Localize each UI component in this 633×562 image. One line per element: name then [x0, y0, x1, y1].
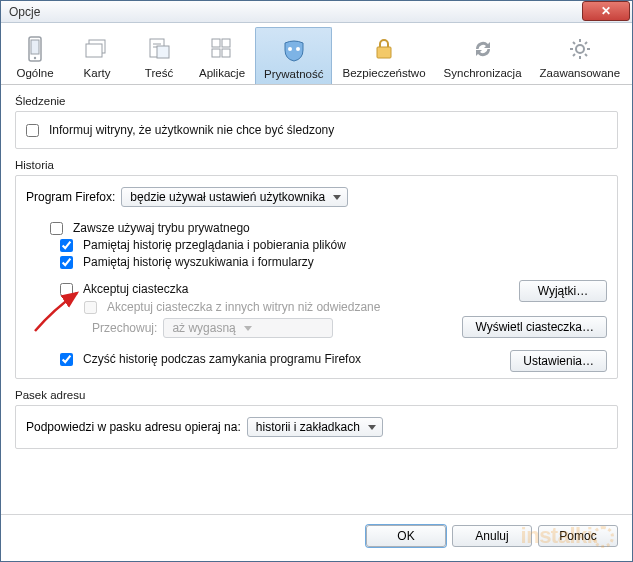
svg-rect-15 [377, 47, 391, 58]
tab-label: Karty [75, 67, 119, 79]
gear-icon [540, 33, 621, 65]
svg-rect-11 [212, 49, 220, 57]
chevron-down-icon [244, 326, 252, 331]
tab-label: Prywatność [264, 68, 323, 80]
chevron-down-icon [333, 195, 341, 200]
svg-point-13 [288, 47, 292, 51]
grid-icon [199, 33, 245, 65]
remember-browse-checkbox[interactable] [60, 239, 73, 252]
svg-point-14 [296, 47, 300, 51]
locationbar-section-label: Pasek adresu [15, 389, 618, 401]
clear-settings-button[interactable]: Ustawienia… [510, 350, 607, 372]
svg-line-23 [573, 54, 575, 56]
document-icon [137, 33, 181, 65]
cancel-button[interactable]: Anuluj [452, 525, 532, 547]
tab-label: Synchronizacja [444, 67, 522, 79]
window-title: Opcje [9, 5, 40, 19]
third-party-cookies-label: Akceptuj ciasteczka z innych witryn niż … [107, 300, 380, 314]
tracking-section: Informuj witryny, że użytkownik nie chce… [15, 111, 618, 149]
tab-advanced[interactable]: Zaawansowane [532, 27, 629, 84]
dnt-label[interactable]: Informuj witryny, że użytkownik nie chce… [49, 123, 334, 137]
svg-line-22 [585, 54, 587, 56]
tab-sync[interactable]: Synchronizacja [436, 27, 530, 84]
accept-cookies-checkbox[interactable] [60, 283, 73, 296]
locationbar-section: Podpowiedzi w pasku adresu opieraj na: h… [15, 405, 618, 449]
svg-point-16 [576, 45, 584, 53]
tab-general[interactable]: Ogólne [5, 27, 65, 84]
keep-until-label: Przechowuj: [92, 321, 157, 335]
svg-rect-9 [212, 39, 220, 47]
remember-search-label[interactable]: Pamiętaj historię wyszukiwania i formula… [83, 255, 314, 269]
tab-label: Zaawansowane [540, 67, 621, 79]
history-section: Program Firefox: będzie używał ustawień … [15, 175, 618, 379]
accept-cookies-label[interactable]: Akceptuj ciasteczka [83, 282, 188, 296]
mask-icon [264, 34, 323, 66]
select-value: aż wygasną [172, 321, 235, 335]
history-mode-select[interactable]: będzie używał ustawień użytkownika [121, 187, 348, 207]
svg-rect-10 [222, 39, 230, 47]
tab-privacy[interactable]: Prywatność [255, 27, 332, 84]
svg-rect-4 [86, 44, 102, 57]
tab-content[interactable]: Treść [129, 27, 189, 84]
suggest-label: Podpowiedzi w pasku adresu opieraj na: [26, 420, 241, 434]
ok-button[interactable]: OK [366, 525, 446, 547]
tab-label: Aplikacje [199, 67, 245, 79]
exceptions-button[interactable]: Wyjątki… [519, 280, 607, 302]
svg-rect-8 [157, 46, 169, 58]
dialog-footer: OK Anuluj Pomoc [1, 514, 632, 561]
svg-point-2 [34, 57, 36, 59]
phone-icon [13, 33, 57, 65]
clear-on-close-checkbox[interactable] [60, 353, 73, 366]
select-value: będzie używał ustawień użytkownika [130, 190, 325, 204]
keep-until-select: aż wygasną [163, 318, 333, 338]
third-party-cookies-checkbox [84, 301, 97, 314]
dnt-checkbox[interactable] [26, 124, 39, 137]
tab-label: Bezpieczeństwo [342, 67, 425, 79]
remember-browse-label[interactable]: Pamiętaj historię przeglądania i pobiera… [83, 238, 346, 252]
show-cookies-button[interactable]: Wyświetl ciasteczka… [462, 316, 607, 338]
tab-label: Treść [137, 67, 181, 79]
history-section-label: Historia [15, 159, 618, 171]
close-icon: ✕ [601, 4, 611, 18]
svg-rect-12 [222, 49, 230, 57]
chevron-down-icon [368, 425, 376, 430]
svg-line-24 [585, 42, 587, 44]
clear-on-close-label[interactable]: Czyść historię podczas zamykania program… [83, 352, 361, 366]
history-mode-label: Program Firefox: [26, 190, 115, 204]
select-value: historii i zakładkach [256, 420, 360, 434]
help-button[interactable]: Pomoc [538, 525, 618, 547]
window-close-button[interactable]: ✕ [582, 1, 630, 21]
tracking-section-label: Śledzenie [15, 95, 618, 107]
category-tabs: Ogólne Karty Treść Aplikacje Prywatność … [1, 23, 632, 85]
lock-icon [342, 33, 425, 65]
tab-tabs[interactable]: Karty [67, 27, 127, 84]
always-private-label[interactable]: Zawsze używaj trybu prywatnego [73, 221, 250, 235]
sync-icon [444, 33, 522, 65]
suggest-select[interactable]: historii i zakładkach [247, 417, 383, 437]
tab-label: Ogólne [13, 67, 57, 79]
always-private-checkbox[interactable] [50, 222, 63, 235]
remember-search-checkbox[interactable] [60, 256, 73, 269]
svg-line-21 [573, 42, 575, 44]
tab-applications[interactable]: Aplikacje [191, 27, 253, 84]
windows-icon [75, 33, 119, 65]
svg-rect-1 [31, 40, 39, 54]
tab-security[interactable]: Bezpieczeństwo [334, 27, 433, 84]
